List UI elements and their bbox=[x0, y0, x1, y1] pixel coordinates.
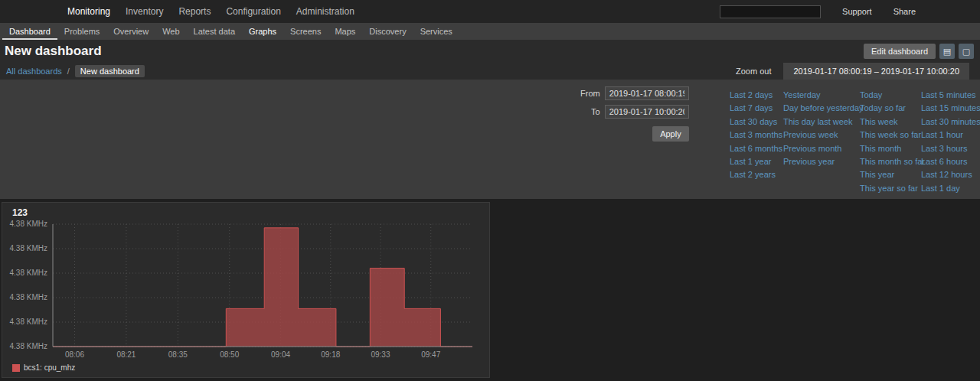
svg-text:4.38 KMHz: 4.38 KMHz bbox=[10, 293, 47, 301]
breadcrumb: All dashboards / New dashboard bbox=[0, 63, 145, 80]
quick-range-link[interactable]: Yesterday bbox=[783, 89, 860, 102]
zoom-out-button[interactable]: Zoom out bbox=[724, 63, 783, 80]
apply-cell: Apply bbox=[605, 126, 689, 142]
share-link[interactable]: Share bbox=[883, 7, 926, 16]
menu-configuration[interactable]: Configuration bbox=[218, 0, 288, 23]
graph-canvas: 4.38 KMHz4.38 KMHz4.38 KMHz4.38 KMHz4.38… bbox=[4, 218, 485, 365]
svg-text:08:06: 08:06 bbox=[65, 350, 84, 359]
subnav-screens[interactable]: Screens bbox=[283, 23, 328, 40]
svg-text:08:35: 08:35 bbox=[168, 350, 188, 359]
legend-swatch bbox=[12, 364, 20, 372]
graph-widget: 123 4.38 KMHz4.38 KMHz4.38 KMHz4.38 KMHz… bbox=[2, 202, 490, 378]
apply-button[interactable]: Apply bbox=[652, 126, 689, 142]
main-menu: Monitoring Inventory Reports Configurati… bbox=[60, 0, 362, 23]
svg-text:4.38 KMHz: 4.38 KMHz bbox=[10, 318, 47, 326]
fullscreen-icon: ▢ bbox=[962, 47, 970, 57]
menu-reports[interactable]: Reports bbox=[171, 0, 218, 23]
page-header: New dashboard Edit dashboard ▤ ▢ bbox=[0, 40, 980, 63]
time-filter-panel: From To Apply Last 2 daysLast 7 daysLast… bbox=[0, 80, 980, 199]
quick-range-link[interactable]: This day last week bbox=[783, 116, 860, 129]
from-label: From bbox=[580, 89, 600, 98]
breadcrumb-all-dashboards[interactable]: All dashboards bbox=[6, 67, 62, 76]
quick-range-link[interactable]: Last 3 months bbox=[730, 129, 783, 142]
quick-range-link[interactable]: Day before yesterday bbox=[783, 102, 860, 115]
quick-range-link[interactable]: Last 30 minutes bbox=[921, 116, 979, 129]
kiosk-mode-button[interactable]: ▤ bbox=[939, 44, 955, 59]
svg-text:08:50: 08:50 bbox=[220, 350, 239, 359]
topbar-right: Support Share bbox=[720, 5, 926, 18]
quick-range-link[interactable]: This month bbox=[860, 142, 921, 155]
quick-range-link[interactable]: Previous year bbox=[783, 155, 860, 168]
support-link[interactable]: Support bbox=[831, 7, 883, 16]
quick-range-link[interactable]: Last 12 hours bbox=[921, 168, 979, 181]
quick-range-link[interactable]: Last 1 day bbox=[921, 182, 979, 195]
quick-range-link[interactable]: Last 6 hours bbox=[921, 155, 979, 168]
quick-range-link[interactable]: Last 1 year bbox=[730, 155, 783, 168]
quick-range-link[interactable]: This week so far bbox=[860, 129, 921, 142]
quick-range-link[interactable]: Today so far bbox=[860, 102, 921, 115]
graph-legend: bcs1: cpu_mhz bbox=[12, 363, 75, 372]
from-date-input[interactable] bbox=[605, 86, 689, 100]
svg-text:4.38 KMHz: 4.38 KMHz bbox=[10, 342, 47, 350]
graph-plot: 4.38 KMHz4.38 KMHz4.38 KMHz4.38 KMHz4.38… bbox=[4, 218, 485, 367]
breadcrumb-row: All dashboards / New dashboard Zoom out … bbox=[0, 63, 980, 80]
quick-range-link[interactable]: Last 7 days bbox=[730, 102, 783, 115]
kiosk-mode-icon: ▤ bbox=[943, 47, 951, 57]
svg-text:09:47: 09:47 bbox=[421, 350, 440, 359]
page-title: New dashboard bbox=[5, 44, 102, 59]
subnav-problems[interactable]: Problems bbox=[57, 23, 106, 40]
time-controls: Zoom out 2019-01-17 08:00:19 – 2019-01-1… bbox=[724, 63, 980, 80]
subnav-maps[interactable]: Maps bbox=[328, 23, 362, 40]
header-actions: Edit dashboard ▤ ▢ bbox=[864, 44, 974, 59]
subnav-dashboard[interactable]: Dashboard bbox=[2, 23, 57, 40]
quick-range-link[interactable]: Previous week bbox=[783, 129, 860, 142]
menu-administration[interactable]: Administration bbox=[289, 0, 362, 23]
quick-range-link[interactable]: This year bbox=[860, 168, 921, 181]
subnav-services[interactable]: Services bbox=[413, 23, 459, 40]
quick-range-link[interactable]: Last 6 months bbox=[730, 142, 783, 155]
subnav-web[interactable]: Web bbox=[155, 23, 186, 40]
quick-range-link[interactable]: Last 2 days bbox=[730, 89, 783, 102]
svg-text:09:33: 09:33 bbox=[371, 350, 390, 359]
breadcrumb-current[interactable]: New dashboard bbox=[75, 65, 145, 77]
quick-range-link[interactable]: Last 2 years bbox=[730, 168, 783, 181]
sub-menu: Dashboard Problems Overview Web Latest d… bbox=[0, 23, 980, 40]
breadcrumb-separator: / bbox=[67, 67, 70, 76]
quick-range-link[interactable]: Today bbox=[860, 89, 921, 102]
menu-inventory[interactable]: Inventory bbox=[118, 0, 171, 23]
quick-range-link[interactable]: This month so far bbox=[860, 155, 921, 168]
quick-range-link[interactable]: This week bbox=[860, 116, 921, 129]
legend-label: bcs1: cpu_mhz bbox=[24, 363, 75, 372]
quick-range-link[interactable]: Previous month bbox=[783, 142, 860, 155]
top-bar: Monitoring Inventory Reports Configurati… bbox=[0, 0, 980, 23]
fullscreen-button[interactable]: ▢ bbox=[959, 44, 974, 59]
svg-text:08:21: 08:21 bbox=[116, 350, 136, 359]
quick-ranges: Last 2 daysLast 7 daysLast 30 daysLast 3… bbox=[730, 89, 979, 195]
subnav-discovery[interactable]: Discovery bbox=[362, 23, 413, 40]
widget-title: 123 bbox=[2, 203, 489, 218]
subnav-overview[interactable]: Overview bbox=[106, 23, 155, 40]
quick-range-link[interactable]: Last 30 days bbox=[730, 116, 783, 129]
to-date-input[interactable] bbox=[605, 105, 689, 119]
subnav-graphs[interactable]: Graphs bbox=[242, 23, 283, 40]
quick-range-column: Last 5 minutesLast 15 minutesLast 30 min… bbox=[921, 89, 979, 195]
quick-range-link[interactable]: Last 3 hours bbox=[921, 142, 979, 155]
quick-range-link[interactable]: Last 15 minutes bbox=[921, 102, 979, 115]
svg-text:4.38 KMHz: 4.38 KMHz bbox=[10, 220, 47, 228]
svg-text:09:18: 09:18 bbox=[321, 350, 340, 359]
quick-range-link[interactable]: Last 1 hour bbox=[921, 129, 979, 142]
svg-text:4.38 KMHz: 4.38 KMHz bbox=[10, 244, 47, 252]
svg-text:4.38 KMHz: 4.38 KMHz bbox=[10, 269, 47, 277]
subnav-latest-data[interactable]: Latest data bbox=[187, 23, 242, 40]
quick-range-column: Last 2 daysLast 7 daysLast 30 daysLast 3… bbox=[730, 89, 783, 195]
to-label: To bbox=[580, 107, 600, 116]
time-range-tab[interactable]: 2019-01-17 08:00:19 – 2019-01-17 10:00:2… bbox=[783, 63, 969, 80]
svg-text:09:04: 09:04 bbox=[271, 350, 290, 359]
menu-monitoring[interactable]: Monitoring bbox=[60, 0, 118, 23]
quick-range-link[interactable]: Last 5 minutes bbox=[921, 89, 979, 102]
quick-range-column: YesterdayDay before yesterdayThis day la… bbox=[783, 89, 860, 195]
edit-dashboard-button[interactable]: Edit dashboard bbox=[864, 44, 936, 59]
global-search-input[interactable] bbox=[720, 5, 821, 18]
dashboard-content: 123 4.38 KMHz4.38 KMHz4.38 KMHz4.38 KMHz… bbox=[0, 199, 980, 381]
quick-range-link[interactable]: This year so far bbox=[860, 182, 921, 195]
